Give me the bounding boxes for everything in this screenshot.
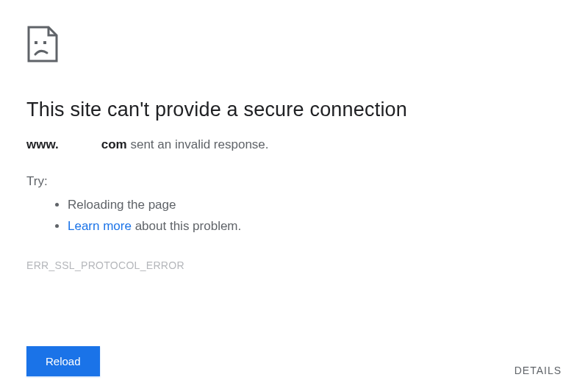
error-code: ERR_SSL_PROTOCOL_ERROR — [26, 259, 562, 271]
list-item: Reloading the page — [68, 195, 562, 216]
details-button[interactable]: DETAILS — [514, 360, 562, 376]
suggestion-reload: Reloading the page — [68, 198, 176, 212]
host-prefix: www. — [26, 137, 59, 151]
learn-more-link[interactable]: Learn more — [68, 219, 132, 233]
reload-button[interactable]: Reload — [26, 346, 100, 376]
list-item: Learn more about this problem. — [68, 216, 562, 237]
host-suffix: com — [101, 137, 127, 151]
error-heading: This site can't provide a secure connect… — [26, 98, 562, 121]
svg-rect-1 — [43, 41, 46, 44]
footer: Reload DETAILS — [26, 346, 562, 376]
error-page: This site can't provide a secure connect… — [0, 0, 588, 271]
response-text: sent an invalid response. — [127, 137, 269, 151]
svg-rect-0 — [35, 41, 37, 44]
suggestions-list: Reloading the page Learn more about this… — [26, 195, 562, 237]
error-subtext: www.com sent an invalid response. — [26, 137, 562, 152]
try-label: Try: — [26, 174, 562, 189]
suggestion-learn-more-rest: about this problem. — [132, 219, 241, 233]
sad-page-icon — [26, 25, 562, 63]
